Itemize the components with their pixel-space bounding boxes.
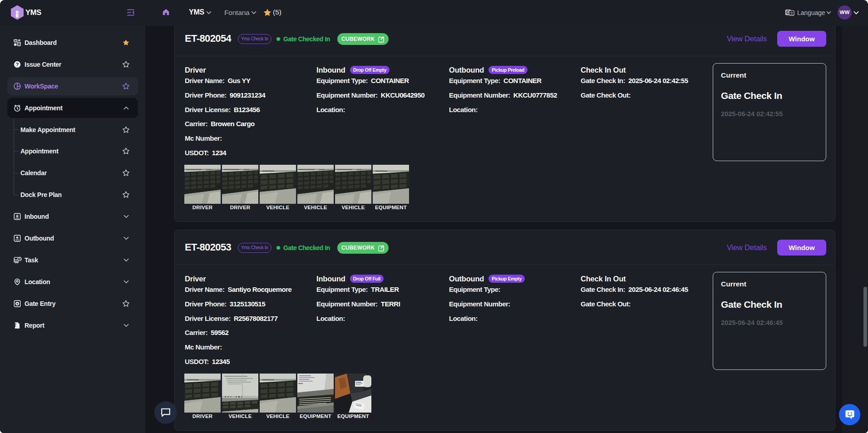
svg-text:?: ? bbox=[16, 62, 19, 67]
svg-text:文: 文 bbox=[789, 11, 794, 15]
